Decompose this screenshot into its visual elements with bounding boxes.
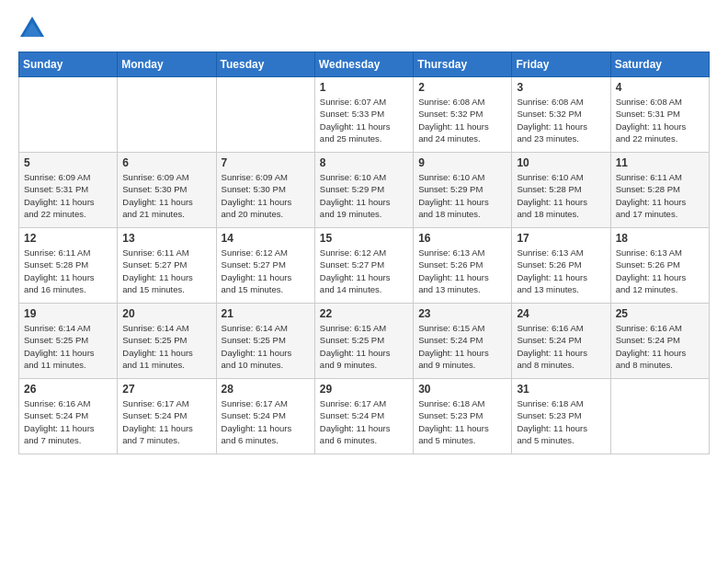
day-number: 4 xyxy=(616,81,704,94)
day-info: Sunrise: 6:11 AM Sunset: 5:28 PM Dayligh… xyxy=(24,247,112,295)
day-number: 18 xyxy=(616,232,704,245)
day-info: Sunrise: 6:10 AM Sunset: 5:29 PM Dayligh… xyxy=(418,171,506,220)
day-number: 14 xyxy=(222,232,310,245)
calendar-week-row: 26Sunrise: 6:16 AM Sunset: 5:24 PM Dayli… xyxy=(19,379,710,454)
calendar-table: SundayMondayTuesdayWednesdayThursdayFrid… xyxy=(18,52,710,454)
day-info: Sunrise: 6:17 AM Sunset: 5:24 PM Dayligh… xyxy=(122,397,210,446)
calendar-cell: 4Sunrise: 6:08 AM Sunset: 5:31 PM Daylig… xyxy=(610,77,709,153)
calendar-week-row: 1Sunrise: 6:07 AM Sunset: 5:33 PM Daylig… xyxy=(19,77,710,153)
day-number: 7 xyxy=(222,156,310,169)
day-number: 15 xyxy=(320,232,408,245)
day-number: 5 xyxy=(24,156,112,169)
calendar-cell: 16Sunrise: 6:13 AM Sunset: 5:26 PM Dayli… xyxy=(414,228,512,304)
calendar-cell: 28Sunrise: 6:17 AM Sunset: 5:24 PM Dayli… xyxy=(216,379,314,454)
day-number: 17 xyxy=(517,232,605,245)
weekday-header-monday: Monday xyxy=(118,52,216,77)
day-info: Sunrise: 6:09 AM Sunset: 5:31 PM Dayligh… xyxy=(24,171,112,220)
page: SundayMondayTuesdayWednesdayThursdayFrid… xyxy=(0,0,728,464)
day-number: 3 xyxy=(517,81,605,94)
day-info: Sunrise: 6:15 AM Sunset: 5:25 PM Dayligh… xyxy=(320,322,408,371)
day-number: 30 xyxy=(418,383,506,396)
calendar-cell: 5Sunrise: 6:09 AM Sunset: 5:31 PM Daylig… xyxy=(19,153,118,228)
weekday-header-sunday: Sunday xyxy=(19,52,118,77)
day-info: Sunrise: 6:09 AM Sunset: 5:30 PM Dayligh… xyxy=(222,171,310,220)
day-info: Sunrise: 6:18 AM Sunset: 5:23 PM Dayligh… xyxy=(418,397,506,446)
day-number: 1 xyxy=(320,81,408,94)
day-info: Sunrise: 6:10 AM Sunset: 5:28 PM Dayligh… xyxy=(517,171,605,220)
calendar-cell xyxy=(610,379,709,454)
day-info: Sunrise: 6:13 AM Sunset: 5:26 PM Dayligh… xyxy=(418,247,506,295)
day-info: Sunrise: 6:15 AM Sunset: 5:24 PM Dayligh… xyxy=(418,322,506,371)
day-info: Sunrise: 6:16 AM Sunset: 5:24 PM Dayligh… xyxy=(24,397,112,446)
day-info: Sunrise: 6:12 AM Sunset: 5:27 PM Dayligh… xyxy=(222,247,310,295)
day-info: Sunrise: 6:09 AM Sunset: 5:30 PM Dayligh… xyxy=(122,171,210,220)
day-info: Sunrise: 6:14 AM Sunset: 5:25 PM Dayligh… xyxy=(122,322,210,371)
day-number: 13 xyxy=(122,232,210,245)
weekday-header-saturday: Saturday xyxy=(610,52,709,77)
weekday-header-tuesday: Tuesday xyxy=(216,52,314,77)
header xyxy=(18,15,710,42)
day-info: Sunrise: 6:13 AM Sunset: 5:26 PM Dayligh… xyxy=(517,247,605,295)
day-number: 26 xyxy=(24,383,112,396)
calendar-cell: 23Sunrise: 6:15 AM Sunset: 5:24 PM Dayli… xyxy=(414,304,512,379)
day-number: 19 xyxy=(24,307,112,320)
day-number: 24 xyxy=(517,307,605,320)
day-number: 25 xyxy=(616,307,704,320)
day-info: Sunrise: 6:16 AM Sunset: 5:24 PM Dayligh… xyxy=(517,322,605,371)
day-info: Sunrise: 6:11 AM Sunset: 5:27 PM Dayligh… xyxy=(122,247,210,295)
day-info: Sunrise: 6:10 AM Sunset: 5:29 PM Dayligh… xyxy=(320,171,408,220)
calendar-cell xyxy=(216,77,314,153)
calendar-cell: 24Sunrise: 6:16 AM Sunset: 5:24 PM Dayli… xyxy=(512,304,610,379)
day-info: Sunrise: 6:11 AM Sunset: 5:28 PM Dayligh… xyxy=(616,171,704,220)
calendar-cell: 30Sunrise: 6:18 AM Sunset: 5:23 PM Dayli… xyxy=(414,379,512,454)
calendar-cell: 6Sunrise: 6:09 AM Sunset: 5:30 PM Daylig… xyxy=(118,153,216,228)
calendar-cell: 18Sunrise: 6:13 AM Sunset: 5:26 PM Dayli… xyxy=(610,228,709,304)
logo xyxy=(18,15,50,42)
day-number: 29 xyxy=(320,383,408,396)
day-info: Sunrise: 6:08 AM Sunset: 5:31 PM Dayligh… xyxy=(616,96,704,144)
day-info: Sunrise: 6:08 AM Sunset: 5:32 PM Dayligh… xyxy=(517,96,605,144)
day-info: Sunrise: 6:07 AM Sunset: 5:33 PM Dayligh… xyxy=(320,96,408,144)
day-number: 20 xyxy=(122,307,210,320)
day-info: Sunrise: 6:08 AM Sunset: 5:32 PM Dayligh… xyxy=(418,96,506,144)
day-number: 11 xyxy=(616,156,704,169)
day-number: 8 xyxy=(320,156,408,169)
calendar-cell xyxy=(118,77,216,153)
calendar-cell xyxy=(19,77,118,153)
calendar-cell: 17Sunrise: 6:13 AM Sunset: 5:26 PM Dayli… xyxy=(512,228,610,304)
day-number: 10 xyxy=(517,156,605,169)
calendar-cell: 20Sunrise: 6:14 AM Sunset: 5:25 PM Dayli… xyxy=(118,304,216,379)
calendar-cell: 29Sunrise: 6:17 AM Sunset: 5:24 PM Dayli… xyxy=(314,379,413,454)
calendar-cell: 13Sunrise: 6:11 AM Sunset: 5:27 PM Dayli… xyxy=(118,228,216,304)
calendar-cell: 1Sunrise: 6:07 AM Sunset: 5:33 PM Daylig… xyxy=(314,77,413,153)
weekday-header-thursday: Thursday xyxy=(414,52,512,77)
day-info: Sunrise: 6:14 AM Sunset: 5:25 PM Dayligh… xyxy=(222,322,310,371)
day-info: Sunrise: 6:12 AM Sunset: 5:27 PM Dayligh… xyxy=(320,247,408,295)
day-number: 22 xyxy=(320,307,408,320)
calendar-cell: 10Sunrise: 6:10 AM Sunset: 5:28 PM Dayli… xyxy=(512,153,610,228)
day-number: 28 xyxy=(222,383,310,396)
calendar-cell: 8Sunrise: 6:10 AM Sunset: 5:29 PM Daylig… xyxy=(314,153,413,228)
day-number: 2 xyxy=(418,81,506,94)
calendar-week-row: 12Sunrise: 6:11 AM Sunset: 5:28 PM Dayli… xyxy=(19,228,710,304)
day-info: Sunrise: 6:13 AM Sunset: 5:26 PM Dayligh… xyxy=(616,247,704,295)
day-number: 9 xyxy=(418,156,506,169)
calendar-cell: 19Sunrise: 6:14 AM Sunset: 5:25 PM Dayli… xyxy=(19,304,118,379)
calendar-cell: 7Sunrise: 6:09 AM Sunset: 5:30 PM Daylig… xyxy=(216,153,314,228)
weekday-header-row: SundayMondayTuesdayWednesdayThursdayFrid… xyxy=(19,52,710,77)
day-number: 31 xyxy=(517,383,605,396)
day-number: 12 xyxy=(24,232,112,245)
calendar-cell: 25Sunrise: 6:16 AM Sunset: 5:24 PM Dayli… xyxy=(610,304,709,379)
calendar-cell: 9Sunrise: 6:10 AM Sunset: 5:29 PM Daylig… xyxy=(414,153,512,228)
calendar-cell: 22Sunrise: 6:15 AM Sunset: 5:25 PM Dayli… xyxy=(314,304,413,379)
calendar-cell: 14Sunrise: 6:12 AM Sunset: 5:27 PM Dayli… xyxy=(216,228,314,304)
weekday-header-wednesday: Wednesday xyxy=(314,52,413,77)
logo-icon xyxy=(18,15,46,42)
calendar-week-row: 5Sunrise: 6:09 AM Sunset: 5:31 PM Daylig… xyxy=(19,153,710,228)
day-number: 21 xyxy=(222,307,310,320)
calendar-cell: 21Sunrise: 6:14 AM Sunset: 5:25 PM Dayli… xyxy=(216,304,314,379)
calendar-cell: 15Sunrise: 6:12 AM Sunset: 5:27 PM Dayli… xyxy=(314,228,413,304)
calendar-cell: 2Sunrise: 6:08 AM Sunset: 5:32 PM Daylig… xyxy=(414,77,512,153)
day-number: 16 xyxy=(418,232,506,245)
day-number: 23 xyxy=(418,307,506,320)
